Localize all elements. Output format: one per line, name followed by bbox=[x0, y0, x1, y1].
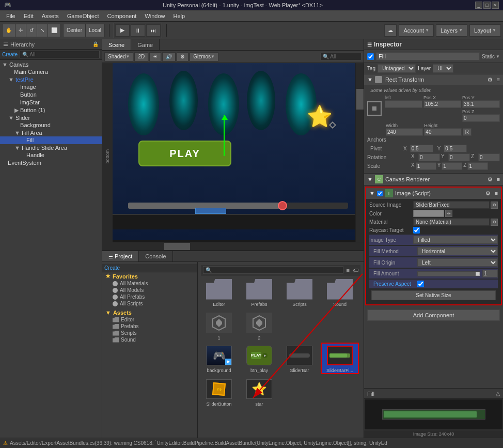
asset-sliderbar[interactable]: SliderBar bbox=[281, 344, 318, 373]
effects-button[interactable]: ⚙ bbox=[177, 52, 188, 61]
canvas-renderer-header[interactable]: ▼ C Canvas Renderer ⚙ ≡ bbox=[364, 174, 503, 185]
asset-star[interactable]: ⭐ star bbox=[241, 377, 277, 407]
shaded-button[interactable]: Shaded ▼ bbox=[104, 52, 133, 61]
hierarchy-testpre[interactable]: ▼ testPre bbox=[0, 76, 102, 83]
project-create-label[interactable]: Create bbox=[104, 265, 120, 271]
asset-prefabs-folder[interactable]: Prefabs bbox=[241, 277, 277, 307]
maximize-button[interactable]: □ bbox=[483, 2, 491, 9]
assets-scripts[interactable]: Scripts bbox=[102, 330, 197, 336]
lights-button[interactable]: ☀ bbox=[149, 52, 161, 61]
game-tab[interactable]: Game bbox=[131, 39, 160, 50]
hierarchy-button1[interactable]: ▶ Button (1) bbox=[0, 106, 102, 114]
fav-all-models[interactable]: All Models bbox=[102, 287, 197, 293]
posz-input[interactable] bbox=[462, 114, 500, 122]
2d-button[interactable]: 2D bbox=[134, 52, 148, 61]
hierarchy-handle[interactable]: ▶ Handle bbox=[0, 151, 102, 159]
scale-z-input[interactable] bbox=[467, 162, 488, 170]
set-native-size-button[interactable]: Set Native Size bbox=[371, 290, 496, 300]
source-image-picker[interactable]: ⊙ bbox=[491, 202, 498, 209]
console-tab[interactable]: Console bbox=[139, 251, 172, 261]
fill-method-dropdown[interactable]: Horizontal bbox=[417, 247, 498, 255]
scale-y-input[interactable] bbox=[442, 162, 462, 170]
layers-button[interactable]: Layers ▼ bbox=[436, 24, 467, 37]
source-image-input[interactable] bbox=[413, 201, 490, 209]
asset-sliderbutton[interactable]: ⇔ SliderButton bbox=[201, 377, 237, 407]
asset-btn-play[interactable]: PLAY ▶ btn_play bbox=[241, 344, 277, 373]
layout-button[interactable]: Layout ▼ bbox=[469, 24, 501, 37]
menu-help[interactable]: Help bbox=[169, 12, 189, 20]
pivot-x-input[interactable] bbox=[410, 145, 433, 152]
hierarchy-search-input[interactable] bbox=[20, 51, 100, 58]
color-picker[interactable] bbox=[413, 210, 444, 217]
image-script-enabled-checkbox[interactable] bbox=[377, 191, 383, 196]
assets-prefabs[interactable]: Prefabs bbox=[102, 323, 197, 330]
rot-z-input[interactable] bbox=[478, 153, 500, 161]
fav-all-prefabs[interactable]: All Prefabs bbox=[102, 293, 197, 300]
canvas-renderer-gear-icon[interactable]: ⚙ bbox=[488, 176, 493, 183]
hierarchy-slider[interactable]: ▼ Slider bbox=[0, 114, 102, 121]
raycast-checkbox[interactable] bbox=[413, 227, 420, 234]
fav-all-materials[interactable]: All Materials bbox=[102, 280, 197, 287]
fill-origin-dropdown[interactable]: Left bbox=[417, 258, 498, 267]
preview-toggle-icon[interactable]: △ bbox=[496, 390, 500, 397]
move-tool-button[interactable]: ✛ bbox=[15, 24, 26, 37]
local-button[interactable]: Local bbox=[86, 24, 104, 37]
material-picker[interactable]: ⊙ bbox=[491, 219, 498, 226]
audio-button[interactable]: 🔊 bbox=[162, 52, 176, 61]
r-button[interactable]: R bbox=[463, 128, 471, 136]
scene-view[interactable]: bottom bbox=[102, 63, 364, 250]
filter-icon[interactable]: ≡ bbox=[347, 267, 350, 273]
hierarchy-image[interactable]: ▶ Image bbox=[0, 83, 102, 91]
assets-editor[interactable]: Editor bbox=[102, 316, 197, 323]
gameobject-enabled-checkbox[interactable] bbox=[367, 53, 374, 60]
account-button[interactable]: Account ▼ bbox=[399, 24, 434, 37]
fill-amount-slider[interactable] bbox=[417, 271, 480, 276]
layer-dropdown[interactable]: UI bbox=[433, 64, 453, 73]
hierarchy-button[interactable]: ▶ Button bbox=[0, 91, 102, 99]
image-script-header[interactable]: ▼ I Image (Script) ⚙ ≡ bbox=[366, 188, 501, 199]
rect-transform-gear-icon[interactable]: ⚙ bbox=[488, 76, 493, 83]
scale-x-input[interactable] bbox=[416, 162, 436, 170]
cloud-button[interactable]: ☁ bbox=[384, 24, 397, 37]
rot-x-input[interactable] bbox=[418, 153, 440, 161]
asset-sound-folder[interactable]: Sound bbox=[322, 277, 358, 307]
asset-unity-1[interactable]: 1 bbox=[201, 311, 237, 341]
menu-gameobject[interactable]: GameObject bbox=[63, 12, 103, 20]
play-button[interactable]: ▶ bbox=[115, 24, 130, 37]
preserve-aspect-checkbox[interactable] bbox=[417, 281, 424, 287]
asset-unity-2[interactable]: 2 bbox=[241, 311, 277, 341]
menu-component[interactable]: Component bbox=[103, 12, 140, 20]
close-button[interactable]: × bbox=[492, 2, 499, 9]
asset-background[interactable]: 🎮 ▶ background bbox=[201, 344, 237, 373]
rot-y-input[interactable] bbox=[448, 153, 470, 161]
rect-transform-header[interactable]: ▼ Rect Transform ⚙ ≡ bbox=[364, 74, 503, 85]
menu-edit[interactable]: Edit bbox=[20, 12, 38, 20]
image-type-dropdown[interactable]: Filled bbox=[413, 236, 498, 244]
hierarchy-fill-area[interactable]: ▼ Fill Area bbox=[0, 129, 102, 136]
hierarchy-handle-slide-area[interactable]: ▼ Handle Slide Area bbox=[0, 144, 102, 151]
asset-sliderbarf[interactable]: SliderBarFi... bbox=[322, 344, 358, 373]
posy-input[interactable] bbox=[462, 100, 500, 108]
rect-transform-lock-icon[interactable]: ≡ bbox=[497, 76, 500, 83]
asset-scripts-folder[interactable]: Scripts bbox=[281, 277, 318, 307]
scene-tab[interactable]: Scene bbox=[102, 39, 131, 50]
center-button[interactable]: Center bbox=[64, 24, 86, 37]
favorites-header[interactable]: ★ Favorites bbox=[102, 272, 197, 280]
posx-input[interactable] bbox=[423, 100, 461, 108]
hand-tool-button[interactable]: ✋ bbox=[3, 24, 15, 37]
fill-amount-input[interactable] bbox=[482, 270, 498, 277]
fav-all-scripts[interactable]: All Scripts bbox=[102, 300, 197, 307]
image-script-menu-icon[interactable]: ≡ bbox=[495, 190, 498, 196]
pivot-y-input[interactable] bbox=[444, 145, 467, 152]
menu-file[interactable]: File bbox=[2, 12, 20, 20]
gameobject-name-input[interactable] bbox=[376, 52, 480, 60]
material-input[interactable] bbox=[413, 218, 490, 226]
hierarchy-create-label[interactable]: Create bbox=[2, 52, 18, 57]
hierarchy-main-camera[interactable]: ▶ Main Camera bbox=[0, 68, 102, 76]
menu-window[interactable]: Window bbox=[140, 12, 169, 20]
hierarchy-lock-icon[interactable]: 🔒 bbox=[92, 41, 99, 47]
color-eyedropper[interactable]: ✏ bbox=[445, 210, 452, 217]
minimize-button[interactable]: _ bbox=[475, 2, 482, 9]
left-input[interactable] bbox=[385, 100, 422, 108]
assets-section-header[interactable]: ▼ Assets bbox=[102, 309, 197, 316]
